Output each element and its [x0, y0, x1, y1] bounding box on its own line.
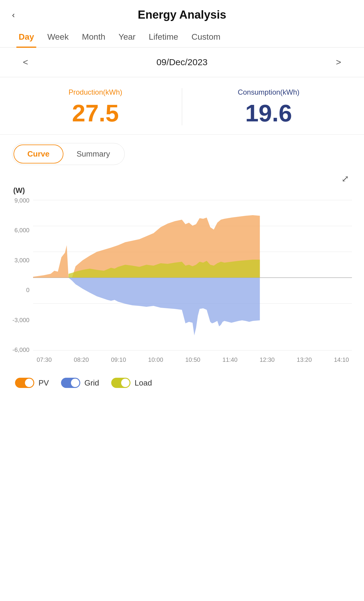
- legend-grid: Grid: [61, 378, 99, 388]
- tab-week[interactable]: Week: [41, 27, 75, 47]
- page-title: Energy Analysis: [138, 8, 226, 21]
- x-tick-1410: 14:10: [334, 356, 349, 363]
- production-label: Production(kWh): [69, 88, 122, 96]
- x-axis: 07:30 08:20 09:10 10:00 10:50 11:40 12:3…: [12, 353, 352, 363]
- date-navigation: < 09/Dec/2023 >: [0, 47, 364, 77]
- x-tick-0730: 07:30: [37, 356, 52, 363]
- y-axis: 9,000 6,000 3,000 0 -3,000 -6,000: [12, 197, 33, 353]
- next-date-button[interactable]: >: [331, 56, 346, 69]
- x-tick-0910: 09:10: [111, 356, 126, 363]
- view-toggle: Curve Summary: [12, 143, 125, 165]
- y-tick-6000: 6,000: [14, 227, 29, 234]
- back-button[interactable]: ‹: [12, 10, 15, 20]
- y-tick-neg6000: -6,000: [12, 346, 29, 353]
- grid-label: Grid: [84, 378, 99, 388]
- legend-pv: PV: [15, 378, 49, 388]
- load-label: Load: [135, 378, 152, 388]
- summary-button[interactable]: Summary: [63, 145, 123, 163]
- fullscreen-icon[interactable]: ⤢: [341, 173, 349, 184]
- chart-header: ⤢: [12, 173, 352, 184]
- chart-svg: [33, 197, 352, 353]
- pv-label: PV: [38, 378, 49, 388]
- grid-toggle[interactable]: [61, 378, 80, 388]
- current-date: 09/Dec/2023: [156, 57, 207, 67]
- load-toggle-knob: [121, 379, 130, 387]
- prev-date-button[interactable]: <: [18, 56, 33, 69]
- tab-lifetime[interactable]: Lifetime: [142, 27, 185, 47]
- x-tick-1140: 11:40: [222, 356, 237, 363]
- tab-day[interactable]: Day: [12, 27, 41, 47]
- production-value: 27.5: [72, 101, 119, 125]
- tab-bar: Day Week Month Year Lifetime Custom: [0, 27, 364, 47]
- y-tick-0: 0: [26, 287, 29, 294]
- y-tick-neg3000: -3,000: [12, 317, 29, 324]
- x-tick-1050: 10:50: [185, 356, 200, 363]
- x-tick-1230: 12:30: [260, 356, 275, 363]
- tab-month[interactable]: Month: [75, 27, 112, 47]
- metrics-divider: [182, 88, 182, 125]
- chart-y-unit: (W): [13, 186, 352, 195]
- chart-area: [33, 197, 352, 353]
- grid-toggle-knob: [71, 379, 79, 387]
- x-tick-1320: 13:20: [297, 356, 312, 363]
- chart-container: ⤢ (W) 9,000 6,000 3,000 0 -3,000 -6,000: [0, 173, 364, 369]
- consumption-value: 19.6: [245, 101, 292, 125]
- header: ‹ Energy Analysis: [0, 0, 364, 27]
- tab-custom[interactable]: Custom: [185, 27, 227, 47]
- metrics-section: Production(kWh) 27.5 Consumption(kWh) 19…: [0, 77, 364, 135]
- production-metric: Production(kWh) 27.5: [12, 88, 179, 125]
- curve-button[interactable]: Curve: [14, 145, 63, 163]
- grid-area: [69, 278, 260, 335]
- x-tick-1000: 10:00: [148, 356, 163, 363]
- y-tick-3000: 3,000: [14, 257, 29, 264]
- tab-year[interactable]: Year: [112, 27, 142, 47]
- pv-toggle[interactable]: [15, 378, 34, 388]
- consumption-label: Consumption(kWh): [238, 88, 299, 96]
- load-toggle[interactable]: [111, 378, 130, 388]
- y-tick-9000: 9,000: [14, 197, 29, 204]
- chart-legend: PV Grid Load: [0, 369, 364, 396]
- consumption-metric: Consumption(kWh) 19.6: [185, 88, 352, 125]
- x-tick-0820: 08:20: [74, 356, 89, 363]
- chart-wrapper: 9,000 6,000 3,000 0 -3,000 -6,000: [12, 197, 352, 353]
- pv-toggle-knob: [25, 379, 33, 387]
- legend-load: Load: [111, 378, 152, 388]
